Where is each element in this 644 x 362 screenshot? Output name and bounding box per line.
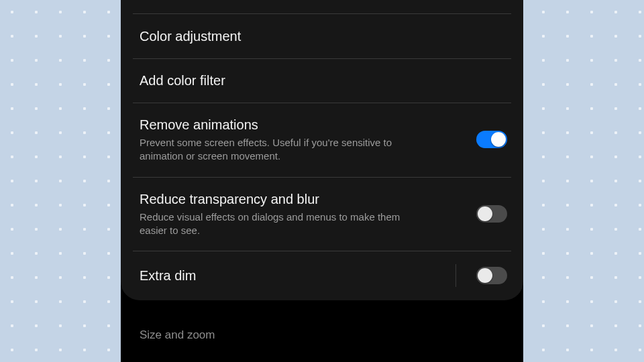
setting-texts: Reduce transparency and blur Reduce visu… (140, 190, 466, 238)
reduce-transparency-toggle[interactable] (476, 205, 507, 223)
section-header-size-and-zoom: Size and zoom (121, 310, 523, 342)
setting-row-reduce-transparency[interactable]: Reduce transparency and blur Reduce visu… (121, 177, 523, 251)
toggle-knob (491, 132, 506, 147)
wallpaper: Color adjustment Add color filter Remove… (0, 0, 644, 362)
setting-texts: Extra dim (140, 267, 453, 284)
setting-subtitle: Prevent some screen effects. Useful if y… (140, 136, 428, 164)
setting-title: Reduce transparency and blur (140, 190, 466, 208)
remove-animations-toggle[interactable] (476, 131, 507, 148)
setting-texts: Color adjustment (140, 27, 507, 45)
extra-dim-toggle[interactable] (476, 267, 507, 284)
visibility-settings-card: Color adjustment Add color filter Remove… (121, 0, 523, 300)
setting-row-color-adjustment[interactable]: Color adjustment (121, 14, 523, 58)
setting-title: Add color filter (140, 72, 507, 89)
vertical-separator (455, 264, 456, 287)
settings-panel: Color adjustment Add color filter Remove… (121, 0, 523, 362)
setting-title: Extra dim (140, 267, 453, 284)
setting-title: Color adjustment (140, 27, 507, 45)
toggle-knob (478, 206, 492, 221)
setting-texts: Remove animations Prevent some screen ef… (140, 116, 466, 164)
setting-row-extra-dim[interactable]: Extra dim (121, 251, 523, 300)
setting-row-remove-animations[interactable]: Remove animations Prevent some screen ef… (121, 103, 523, 177)
setting-subtitle: Reduce visual effects on dialogs and men… (140, 210, 428, 238)
setting-title: Remove animations (140, 116, 466, 133)
setting-row-add-color-filter[interactable]: Add color filter (121, 58, 523, 103)
setting-texts: Add color filter (140, 72, 507, 89)
toggle-knob (478, 268, 492, 283)
